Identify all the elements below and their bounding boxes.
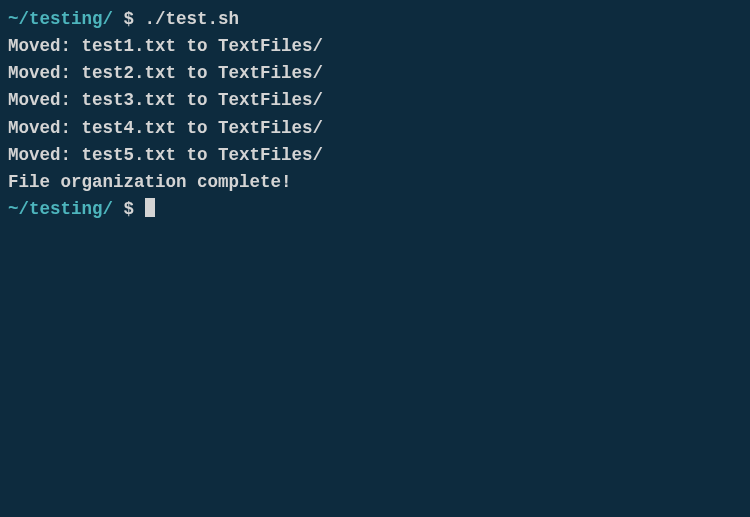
- prompt-path: ~/testing/: [8, 9, 113, 29]
- output-line: File organization complete!: [8, 169, 742, 196]
- prompt-path: ~/testing/: [8, 199, 113, 219]
- command-text: ./test.sh: [145, 9, 240, 29]
- output-line: Moved: test5.txt to TextFiles/: [8, 142, 742, 169]
- output-line: Moved: test1.txt to TextFiles/: [8, 33, 742, 60]
- output-line: Moved: test2.txt to TextFiles/: [8, 60, 742, 87]
- prompt-symbol: $: [113, 199, 145, 219]
- terminal-line-prompt[interactable]: ~/testing/ $: [8, 196, 742, 223]
- output-line: Moved: test4.txt to TextFiles/: [8, 115, 742, 142]
- prompt-symbol: $: [113, 9, 145, 29]
- output-line: Moved: test3.txt to TextFiles/: [8, 87, 742, 114]
- terminal-line-1: ~/testing/ $ ./test.sh: [8, 6, 742, 33]
- cursor-icon: [145, 198, 155, 217]
